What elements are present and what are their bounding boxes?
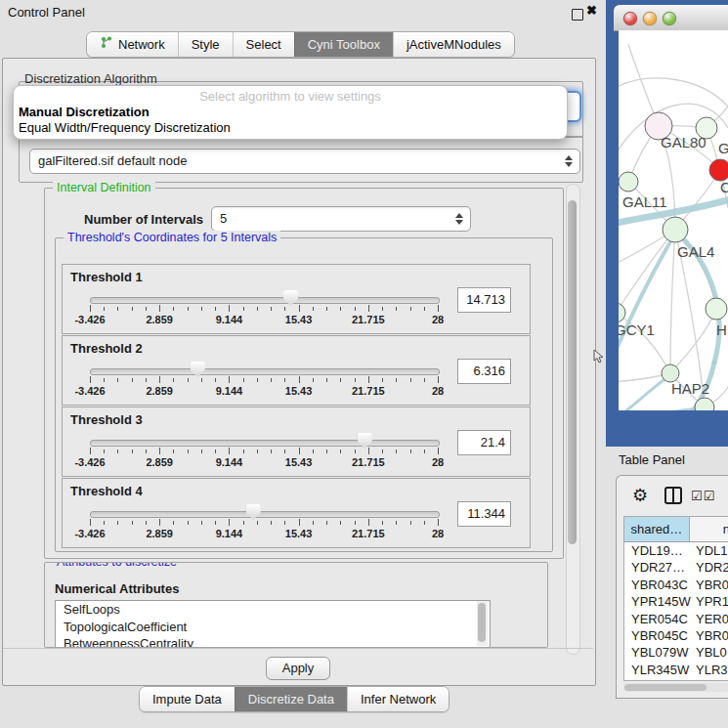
cell-name[interactable]: YBL0 <box>689 644 728 661</box>
tab-select[interactable]: Select <box>233 32 294 57</box>
tab-style[interactable]: Style <box>178 32 233 57</box>
zoom-traffic-light[interactable] <box>663 12 676 25</box>
list-vertical-scrollbar[interactable] <box>477 601 488 646</box>
cell-shared-name[interactable]: YDL19… <box>624 542 689 559</box>
tick-mark <box>396 450 397 453</box>
threshold-value-field[interactable]: 11.344 <box>457 501 511 527</box>
tab-infer-network[interactable]: Infer Network <box>347 687 449 711</box>
tick-mark <box>340 307 341 311</box>
tick-mark <box>438 376 439 383</box>
number-of-intervals-combobox[interactable]: 5 <box>211 206 471 232</box>
cell-shared-name[interactable]: YLR345W <box>624 662 689 678</box>
network-node[interactable] <box>619 303 625 322</box>
tick-mark <box>410 450 411 453</box>
tick-label: 21.715 <box>352 456 385 468</box>
tab-label: Infer Network <box>361 687 436 711</box>
tick-label: 2.859 <box>146 456 173 468</box>
column-header-shared-name[interactable]: shared… <box>624 517 690 541</box>
network-window-titlebar[interactable] <box>614 5 728 31</box>
cell-name[interactable]: YPR1 <box>689 593 728 610</box>
settings-vertical-scrollbar[interactable] <box>566 184 580 655</box>
tab-discretize-data[interactable]: Discretize Data <box>235 687 347 711</box>
tick-mark <box>117 521 118 525</box>
tick-mark <box>132 378 133 382</box>
attribute-list-item[interactable]: BetweennessCentrality <box>56 635 490 648</box>
threshold-value-field[interactable]: 6.316 <box>457 359 511 384</box>
tab-jactivemnodules[interactable]: jActiveMNodules <box>393 32 514 57</box>
network-node[interactable] <box>619 172 638 192</box>
cell-shared-name[interactable]: YDR27… <box>624 559 689 576</box>
table-row[interactable]: YBR043CYBR0 <box>624 577 728 593</box>
float-panel-button[interactable] <box>572 9 583 21</box>
column-header-name[interactable]: n <box>690 517 728 541</box>
table-row[interactable]: YLR345WYLR3 <box>624 662 728 678</box>
scrollbar-thumb[interactable] <box>624 684 707 691</box>
minimize-traffic-light[interactable] <box>643 12 657 25</box>
tab-label: Cyni Toolbox <box>308 32 380 57</box>
scrollbar-thumb[interactable] <box>568 200 577 544</box>
network-canvas[interactable]: GAL80GGAL11CGAL4GCY1HHAP2 <box>619 30 728 410</box>
tick-mark <box>243 521 244 525</box>
tab-network[interactable]: Network <box>87 32 178 57</box>
close-panel-button[interactable]: ✖ <box>586 3 597 18</box>
tick-mark <box>188 521 189 525</box>
tab-impute-data[interactable]: Impute Data <box>140 687 235 711</box>
table-row[interactable]: YBL079WYBL0 <box>624 644 728 661</box>
table-row[interactable]: YDR27…YDR2 <box>624 559 728 576</box>
cell-name[interactable]: YBR0 <box>689 627 728 644</box>
algorithm-option[interactable]: Manual Discretization <box>19 105 150 119</box>
cell-shared-name[interactable]: YBR045C <box>624 627 689 644</box>
checkbox-icons[interactable]: ☑☑ <box>691 489 715 503</box>
bottom-tab-bar: Impute DataDiscretize DataInfer Network <box>139 686 450 712</box>
table-row[interactable]: YIL052CYIL0 <box>624 678 728 679</box>
table-data-combobox[interactable]: galFiltered.sif default node <box>29 149 580 174</box>
table-row[interactable]: YPR145WYPR1 <box>624 593 728 610</box>
algorithm-option[interactable]: Equal Width/Frequency Discretization <box>19 120 231 135</box>
cell-name[interactable]: YLR3 <box>689 662 728 678</box>
cell-name[interactable]: YBR0 <box>689 577 728 593</box>
slider-track[interactable] <box>90 511 440 518</box>
table-row[interactable]: YER054CYER0 <box>624 611 728 627</box>
gear-icon[interactable]: ⚙ <box>632 485 648 506</box>
cell-shared-name[interactable]: YBR043C <box>624 577 689 593</box>
numerical-attributes-list[interactable]: SelfLoopsTopologicalCoefficientBetweenne… <box>55 600 491 648</box>
cell-name[interactable]: YDL1 <box>689 542 728 559</box>
table-horizontal-scrollbar[interactable] <box>623 683 728 692</box>
close-traffic-light[interactable] <box>623 12 637 25</box>
slider-track[interactable] <box>90 368 440 375</box>
numerical-attributes-label: Numerical Attributes <box>55 581 179 596</box>
tab-cyni-toolbox[interactable]: Cyni Toolbox <box>294 32 393 57</box>
tick-mark <box>215 378 216 382</box>
tab-label: Impute Data <box>152 687 222 711</box>
threshold-value-field[interactable]: 14.713 <box>457 287 511 313</box>
tick-mark <box>188 378 189 382</box>
cell-shared-name[interactable]: YPR145W <box>624 593 689 610</box>
slider-track[interactable] <box>90 440 440 447</box>
tick-label: 2.859 <box>146 385 173 397</box>
tick-mark <box>173 307 174 311</box>
cell-name[interactable]: YIL0 <box>689 678 728 679</box>
tick-mark <box>215 521 216 525</box>
cell-shared-name[interactable]: YBL079W <box>624 644 689 661</box>
attribute-list-item[interactable]: TopologicalCoefficient <box>56 619 490 636</box>
network-node[interactable] <box>709 159 728 181</box>
apply-button[interactable]: Apply <box>266 657 330 680</box>
threshold-card: Threshold 3-3.4262.8599.14415.4321.71528… <box>62 407 531 477</box>
threshold-value-field[interactable]: 21.4 <box>457 430 511 455</box>
network-node[interactable] <box>663 217 688 242</box>
table-row[interactable]: YBR045CYBR0 <box>624 627 728 644</box>
scrollbar-thumb[interactable] <box>478 603 486 642</box>
cell-shared-name[interactable]: YER054C <box>624 611 689 627</box>
table-header-row: shared… n <box>624 517 728 542</box>
network-node-label: GAL80 <box>661 134 707 150</box>
slider-track[interactable] <box>90 297 440 304</box>
columns-icon[interactable] <box>664 486 683 505</box>
discretization-algorithm-label: Discretization Algorithm <box>24 71 157 86</box>
table-row[interactable]: YDL19…YDL1 <box>624 542 728 559</box>
cell-name[interactable]: YER0 <box>689 611 728 627</box>
attribute-list-item[interactable]: SelfLoops <box>56 601 490 619</box>
tick-mark <box>132 521 133 525</box>
cell-name[interactable]: YDR2 <box>689 559 728 576</box>
network-node[interactable] <box>706 298 727 320</box>
cell-shared-name[interactable]: YIL052C <box>624 678 689 679</box>
